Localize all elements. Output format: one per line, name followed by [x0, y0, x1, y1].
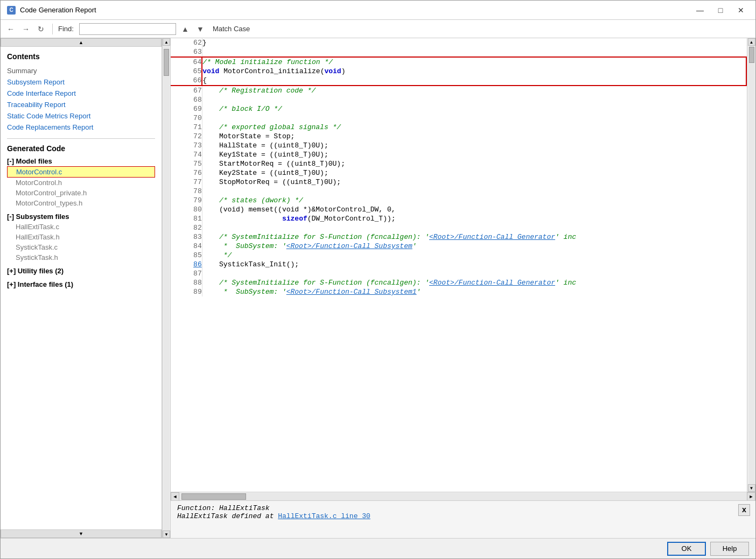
- close-button[interactable]: ✕: [733, 5, 749, 16]
- line-content: StartMotorReq = ((uint8_T)0U);: [202, 159, 746, 168]
- function-label: Function: HallExtiTask: [177, 504, 270, 512]
- subsystem-report-link[interactable]: Subsystem Report: [7, 76, 155, 88]
- interface-files-header[interactable]: [+] Interface files (1): [7, 279, 155, 289]
- interface-files-group: [+] Interface files (1): [7, 279, 155, 289]
- line-number: 70: [171, 114, 202, 123]
- ok-button[interactable]: OK: [667, 542, 706, 556]
- line-number: 62: [171, 38, 202, 47]
- find-down-button[interactable]: ▼: [194, 23, 206, 35]
- line-number: 77: [171, 178, 202, 187]
- main-window: C Code Generation Report — □ ✕ ← → ↻ Fin…: [0, 0, 756, 559]
- table-row: 84 * SubSystem: '<Root>/Function-Call Su…: [171, 242, 746, 251]
- minimize-button[interactable]: —: [692, 5, 708, 16]
- line-number: 76: [171, 168, 202, 178]
- line-number: 89: [171, 287, 202, 296]
- horiz-scroll-thumb[interactable]: [181, 493, 246, 500]
- function-name: HallExtiTask: [219, 504, 270, 512]
- horiz-scrollbar: ◄ ►: [171, 492, 755, 500]
- definition-link[interactable]: HallExtiTask.c line 30: [278, 512, 370, 520]
- bottom-bar-close-button[interactable]: x: [738, 504, 750, 516]
- hallextitask-h-link[interactable]: HallExtiTask.h: [7, 232, 155, 242]
- line-number: 86: [171, 260, 202, 269]
- title-bar: C Code Generation Report — □ ✕: [1, 1, 755, 20]
- model-files-header[interactable]: [-] Model files: [7, 156, 155, 166]
- horiz-scroll-track: [179, 493, 747, 500]
- line-content: * SubSystem: '<Root>/Function-Call Subsy…: [202, 242, 746, 251]
- help-button[interactable]: Help: [710, 542, 749, 556]
- motorcontrol-types-h-link[interactable]: MotorControl_types.h: [7, 198, 155, 208]
- traceability-report-link[interactable]: Traceability Report: [7, 99, 155, 110]
- table-row: 62 }: [171, 38, 746, 47]
- hallextitask-c-link[interactable]: HallExtiTask.c: [7, 222, 155, 232]
- line-content: [202, 269, 746, 278]
- summary-link[interactable]: Summary: [7, 65, 155, 76]
- systicktask-h-link[interactable]: SystickTask.h: [7, 252, 155, 263]
- sidebar-scroll-track: [163, 46, 170, 530]
- maximize-button[interactable]: □: [712, 5, 729, 16]
- table-row: 73 HallState = ((uint8_T)0U);: [171, 141, 746, 150]
- line-number: 84: [171, 242, 202, 251]
- table-row: 78: [171, 187, 746, 196]
- find-label: Find:: [58, 25, 74, 33]
- code-interface-report-link[interactable]: Code Interface Report: [7, 88, 155, 99]
- comment-text: */: [202, 251, 232, 259]
- app-icon: C: [7, 6, 16, 15]
- table-row: 63: [171, 47, 746, 57]
- line-content: }: [202, 38, 746, 47]
- subsystem-files-header[interactable]: [-] Subsystem files: [7, 211, 155, 222]
- code-vscroll-up[interactable]: ▲: [748, 38, 755, 46]
- close-icon: x: [742, 506, 746, 514]
- root-function-call-link2[interactable]: <Root>/Function-Call Generator: [429, 279, 555, 287]
- model-files-group: [-] Model files MotorControl.c MotorCont…: [7, 156, 155, 208]
- systicktask-c-link[interactable]: SystickTask.c: [7, 242, 155, 252]
- motorcontrol-c-link[interactable]: MotorControl.c: [7, 166, 155, 178]
- utility-files-group: [+] Utility files (2): [7, 266, 155, 276]
- function-call-subsystem1-link[interactable]: <Root>/Function-Call Subsystem1: [286, 288, 417, 296]
- root-function-call-link[interactable]: <Root>/Function-Call Generator: [429, 233, 555, 241]
- find-input[interactable]: [79, 23, 176, 35]
- back-button[interactable]: ←: [5, 23, 17, 35]
- code-replacements-link[interactable]: Code Replacements Report: [7, 122, 155, 133]
- table-row: 72 MotorState = Stop;: [171, 132, 746, 141]
- line-content: [202, 223, 746, 232]
- horiz-scroll-left[interactable]: ◄: [171, 492, 179, 501]
- line-content: * SubSystem: '<Root>/Function-Call Subsy…: [202, 287, 746, 296]
- bottom-info-bar: x Function: HallExtiTask HallExtiTask de…: [171, 500, 755, 538]
- sidebar-vscroll-down[interactable]: ▼: [163, 530, 170, 538]
- keyword-void2: void: [324, 67, 341, 75]
- horiz-scroll-right[interactable]: ►: [747, 492, 755, 501]
- code-vscroll-down[interactable]: ▼: [748, 484, 755, 492]
- line-number: 82: [171, 223, 202, 232]
- line-content: SystickTask_Init();: [202, 260, 746, 269]
- function-call-subsystem-link[interactable]: <Root>/Function-Call Subsystem: [286, 242, 412, 250]
- code-vscrollbar: ▲ ▼: [747, 38, 755, 492]
- comment-text: /* exported global signals */: [202, 123, 341, 131]
- code-scroll-area[interactable]: 62 } 63 64 /* Model initiali: [171, 38, 747, 492]
- table-row: 85 */: [171, 251, 746, 260]
- sidebar-scroll-down[interactable]: ▼: [1, 529, 162, 538]
- sidebar-divider: [7, 138, 155, 139]
- line-number: 64: [171, 57, 202, 67]
- forward-button[interactable]: →: [20, 23, 32, 35]
- match-case-label: Match Case: [213, 25, 250, 33]
- utility-files-header[interactable]: [+] Utility files (2): [7, 266, 155, 276]
- find-up-button[interactable]: ▲: [179, 23, 191, 35]
- line-number: 74: [171, 150, 202, 159]
- refresh-button[interactable]: ↻: [35, 23, 47, 35]
- motorcontrol-private-h-link[interactable]: MotorControl_private.h: [7, 188, 155, 198]
- code-table: 62 } 63 64 /* Model initiali: [171, 38, 747, 296]
- line-number: 69: [171, 104, 202, 114]
- code-vscroll-thumb[interactable]: [749, 47, 754, 63]
- line-number: 71: [171, 123, 202, 132]
- comment-text: * SubSystem: '<Root>/Function-Call Subsy…: [202, 242, 417, 250]
- table-row: 75 StartMotorReq = ((uint8_T)0U);: [171, 159, 746, 168]
- sidebar-scroll-up[interactable]: ▲: [1, 38, 162, 47]
- title-bar-left: C Code Generation Report: [7, 6, 96, 15]
- motorcontrol-h-link[interactable]: MotorControl.h: [7, 178, 155, 188]
- line-number: 85: [171, 251, 202, 260]
- line-number: 78: [171, 187, 202, 196]
- sidebar-vscroll-up[interactable]: ▲: [163, 38, 170, 46]
- static-code-metrics-link[interactable]: Static Code Metrics Report: [7, 110, 155, 122]
- sidebar-scroll-thumb[interactable]: [164, 49, 169, 76]
- line-number: 73: [171, 141, 202, 150]
